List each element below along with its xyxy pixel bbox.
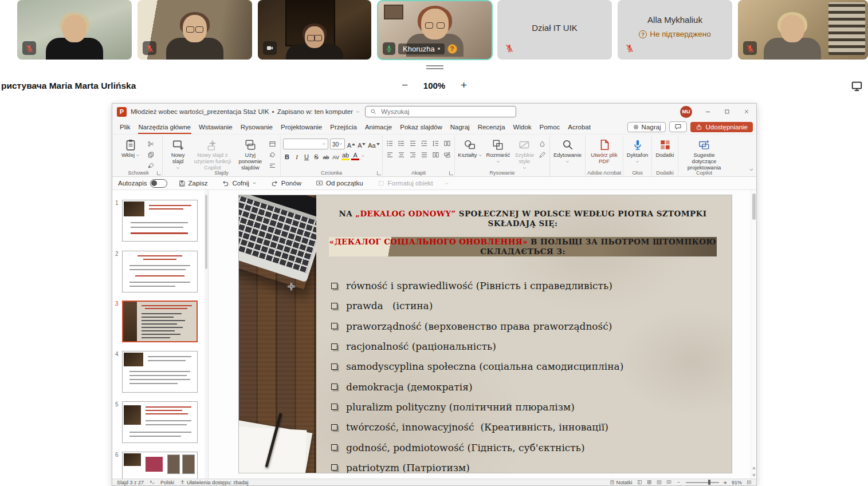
slide-thumbnail-3-selected[interactable] <box>122 301 198 342</box>
dictate-button[interactable]: Dyktafon <box>626 137 649 170</box>
fit-to-window-button[interactable] <box>747 480 752 485</box>
shape-outline-button[interactable] <box>537 150 547 160</box>
participant-tile-active-speaker[interactable]: Khoruzha ? <box>377 0 493 60</box>
dialog-launcher-icon[interactable] <box>157 171 161 175</box>
search-box[interactable] <box>365 106 516 117</box>
numbered-list-button[interactable] <box>396 139 406 148</box>
columns-button[interactable] <box>431 150 441 160</box>
from-beginning-button[interactable]: Od początku <box>312 179 367 188</box>
align-center-button[interactable] <box>396 150 406 160</box>
tab-pokaz-slajdow[interactable]: Pokaz slajdów <box>396 120 446 134</box>
format-painter-button[interactable] <box>146 161 156 171</box>
editing-button[interactable]: Edytowanie <box>552 137 583 170</box>
justify-button[interactable] <box>419 150 429 160</box>
slide-thumbnail-4[interactable] <box>122 351 198 393</box>
slide-editor-canvas[interactable]: NA „DEKALOG ODNOWY” SPOŁECZNEJ W POLSCE … <box>209 190 751 479</box>
slide-thumbnail-6[interactable] <box>122 452 198 479</box>
participant-tile[interactable] <box>138 0 252 60</box>
zoom-percentage[interactable]: 91% <box>732 480 742 485</box>
tab-nagraj[interactable]: Nagraj <box>446 120 474 134</box>
bullets-list-button[interactable] <box>385 139 395 148</box>
design-ideas-button[interactable]: Sugestie dotyczące projektowania <box>681 137 728 170</box>
redo-button[interactable]: Ponów <box>268 179 305 188</box>
zoom-out-button[interactable] <box>676 480 681 485</box>
reset-slide-button[interactable] <box>268 150 278 160</box>
bold-button[interactable]: B <box>283 151 291 160</box>
add-ins-button[interactable]: Dodatki <box>654 137 675 170</box>
align-left-button[interactable] <box>385 150 395 160</box>
tab-plik[interactable]: Plik <box>116 120 135 134</box>
chevron-down-icon[interactable] <box>356 110 360 114</box>
maximize-button[interactable] <box>717 104 737 120</box>
language-indicator[interactable]: Polski <box>160 480 174 485</box>
decrease-indent-button[interactable] <box>408 139 418 148</box>
dialog-launcher-icon[interactable] <box>449 171 453 175</box>
comments-button[interactable] <box>669 121 687 132</box>
slide-layout-button[interactable] <box>268 139 278 149</box>
shrink-font-button[interactable]: A <box>358 140 366 149</box>
slideshow-view-button[interactable] <box>666 480 671 485</box>
slide-thumbnail-2[interactable] <box>122 251 198 293</box>
participant-tile[interactable] <box>258 0 371 60</box>
subscript-button[interactable]: ab <box>322 151 330 160</box>
tab-projektowanie[interactable]: Projektowanie <box>277 120 326 134</box>
search-input[interactable] <box>380 108 511 116</box>
notes-button[interactable]: Notatki <box>610 480 633 485</box>
tab-widok[interactable]: Widok <box>509 120 536 134</box>
copy-button[interactable] <box>146 150 156 160</box>
participant-tile[interactable]: Dział IT UIK <box>497 0 612 60</box>
tab-wstawianie[interactable]: Wstawianie <box>195 120 237 134</box>
close-button[interactable] <box>737 104 756 120</box>
next-slide-icon[interactable] <box>752 473 756 477</box>
tab-recenzja[interactable]: Recenzja <box>474 120 509 134</box>
zoom-in-button[interactable]: + <box>458 79 469 92</box>
user-avatar[interactable]: MU <box>680 106 692 118</box>
participant-tile[interactable] <box>738 0 868 60</box>
grow-font-button[interactable]: A <box>347 140 355 149</box>
spell-check-icon[interactable] <box>150 480 155 485</box>
tab-narzedzia-glowne[interactable]: Narzędzia główne <box>135 120 195 134</box>
zoom-in-button[interactable]: + <box>724 479 727 486</box>
font-size-combo[interactable]: 30 <box>330 139 345 149</box>
shapes-button[interactable]: Kształty <box>457 137 483 170</box>
slide-thumbnail-1[interactable] <box>122 200 198 242</box>
zoom-slider[interactable] <box>686 482 719 483</box>
undo-button[interactable]: Cofnij <box>218 179 260 188</box>
underline-button[interactable]: U <box>303 151 311 160</box>
convert-to-smartart-button[interactable] <box>442 150 452 160</box>
participant-tile[interactable]: Alla Mykhaliuk ? Не підтверджено <box>618 0 732 60</box>
character-spacing-button[interactable]: AV <box>332 151 340 160</box>
tab-pomoc[interactable]: Pomoc <box>536 120 564 134</box>
font-name-combo[interactable] <box>283 139 328 149</box>
tab-animacje[interactable]: Animacje <box>361 120 396 134</box>
strip-resize-handle[interactable] <box>426 64 443 71</box>
share-button[interactable]: Udostępnianie <box>690 122 753 132</box>
arrange-button[interactable]: Rozmieść <box>484 137 512 170</box>
line-spacing-button[interactable] <box>431 139 441 148</box>
reuse-slides-button[interactable]: Użyj ponownie slajdów <box>234 137 266 170</box>
zoom-out-button[interactable]: − <box>399 79 410 92</box>
vertical-scrollbar[interactable] <box>751 190 756 479</box>
participant-tile[interactable] <box>17 0 132 60</box>
autosave-toggle[interactable] <box>150 179 167 188</box>
dialog-launcher-icon[interactable] <box>377 171 381 175</box>
accessibility-checker[interactable]: Ułatwienia dostępu: zbadaj <box>180 480 249 485</box>
previous-slide-icon[interactable] <box>752 466 756 471</box>
minimize-button[interactable] <box>698 104 717 120</box>
normal-view-button[interactable] <box>637 480 642 485</box>
zoom-slider-thumb[interactable] <box>708 480 710 485</box>
customize-quickbar-icon[interactable] <box>444 181 449 186</box>
tab-acrobat[interactable]: Acrobat <box>564 120 595 134</box>
change-case-button[interactable]: Aa <box>368 140 380 149</box>
tab-przejscia[interactable]: Przejścia <box>326 120 361 134</box>
record-button[interactable]: Nagraj <box>627 122 666 132</box>
increase-indent-button[interactable] <box>419 139 429 148</box>
paste-button[interactable]: Wklej <box>117 137 144 170</box>
slide-sorter-view-button[interactable] <box>647 480 652 485</box>
highlight-color-button[interactable]: ab <box>341 151 349 160</box>
chevron-down-icon[interactable] <box>361 154 365 158</box>
collapse-ribbon-icon[interactable] <box>749 164 754 175</box>
shared-screen-monitor-icon[interactable] <box>851 80 863 94</box>
cut-button[interactable] <box>146 139 156 149</box>
italic-button[interactable]: I <box>293 151 301 160</box>
